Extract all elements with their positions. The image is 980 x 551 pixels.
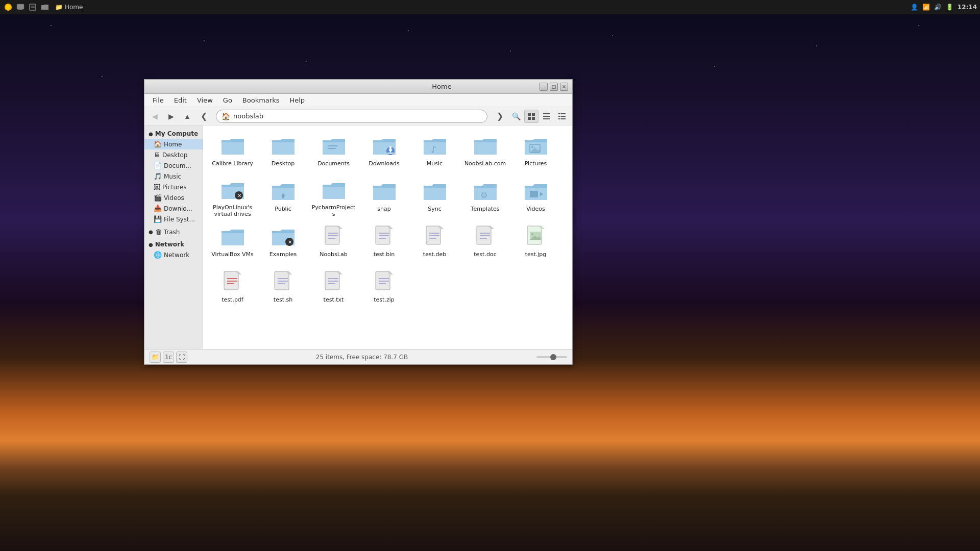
sidebar-item-documents[interactable]: 📄 Docum...	[144, 160, 203, 171]
view-detail-button[interactable]	[555, 110, 569, 123]
svg-text:✕: ✕	[288, 239, 292, 245]
file-item-videos[interactable]: Videos	[511, 176, 560, 219]
file-item-documents[interactable]: Documents	[309, 131, 358, 174]
menu-file[interactable]: File	[149, 95, 168, 106]
file-item-examples[interactable]: ✕ Examples	[259, 221, 307, 265]
svg-text:⚙: ⚙	[480, 190, 487, 200]
file-item-public[interactable]: Public	[259, 176, 307, 219]
status-folder-btn[interactable]: 📁	[150, 352, 161, 363]
folder-icon-documents	[322, 134, 346, 158]
sidebar-item-filesystem[interactable]: 💾 File Syst...	[144, 214, 203, 224]
app-menu-button[interactable]	[3, 2, 13, 12]
location-bar[interactable]: 🏠 noobslab	[216, 110, 487, 123]
close-button[interactable]: ✕	[560, 83, 568, 91]
file-item-noobslab[interactable]: NoobsLab	[309, 221, 358, 265]
back-button[interactable]: ◀	[148, 110, 162, 123]
svg-text:♪: ♪	[431, 144, 437, 155]
sidebar-item-trash[interactable]: ● 🗑 Trash	[144, 227, 203, 237]
sidebar-network-collapse-icon: ●	[149, 242, 153, 247]
sidebar-item-videos[interactable]: 🎬 Videos	[144, 192, 203, 203]
menu-edit[interactable]: Edit	[170, 95, 191, 106]
svg-rect-79	[376, 271, 390, 290]
sidebar-item-network[interactable]: 🌐 Network	[144, 249, 203, 260]
file-label-test-doc: test.doc	[474, 251, 496, 258]
taskbar-battery-icon: 🔋	[946, 4, 953, 11]
sidebar-item-home[interactable]: 🏠 Home	[144, 139, 203, 149]
file-item-calibre-library[interactable]: Calibre Library	[208, 131, 257, 174]
svg-rect-9	[528, 117, 531, 120]
taskbar-wifi-icon: 📶	[922, 4, 930, 11]
file-label-noobslab-com: NoobsLab.com	[464, 160, 506, 167]
sidebar-section-computer: ● My Compute 🏠 Home 🖥 Desktop 📄 Docum...…	[144, 129, 203, 224]
file-item-test-txt[interactable]: test.txt	[309, 267, 358, 310]
taskbar-icon-1[interactable]	[15, 2, 26, 12]
maximize-button[interactable]: □	[550, 83, 558, 91]
sidebar-item-music[interactable]: 🎵 Music	[144, 171, 203, 182]
file-item-snap[interactable]: snap	[360, 176, 408, 219]
status-view-btn[interactable]: 1c	[163, 352, 174, 363]
file-item-test-bin[interactable]: test.bin	[360, 221, 408, 265]
file-item-downloads[interactable]: Downloads	[360, 131, 408, 174]
file-item-music[interactable]: ♪ Music	[410, 131, 459, 174]
file-item-test-sh[interactable]: test.sh	[259, 267, 307, 310]
menu-help[interactable]: Help	[285, 95, 309, 106]
file-item-sync[interactable]: Sync	[410, 176, 459, 219]
file-item-test-pdf[interactable]: test.pdf	[208, 267, 257, 310]
file-item-pictures[interactable]: Pictures	[511, 131, 560, 174]
file-label-playonlinux: PlayOnLinux's virtual drives	[210, 204, 255, 217]
sidebar-my-computer-header[interactable]: ● My Compute	[144, 129, 203, 139]
svg-rect-44	[376, 226, 390, 244]
title-bar: Home – □ ✕	[144, 80, 572, 94]
status-fullscreen-btn[interactable]: ⛶	[176, 352, 187, 363]
view-icons-button[interactable]	[524, 110, 538, 123]
taskbar-icon-folder[interactable]	[40, 2, 50, 12]
file-label-downloads: Downloads	[369, 160, 399, 167]
file-label-test-txt: test.txt	[324, 296, 344, 303]
sidebar-pictures-label: Pictures	[162, 184, 187, 191]
sidebar-network-sub-label: Network	[164, 252, 189, 259]
search-button[interactable]: 🔍	[509, 110, 523, 123]
menu-view[interactable]: View	[193, 95, 217, 106]
minimize-button[interactable]: –	[540, 83, 548, 91]
menu-bar: File Edit View Go Bookmarks Help	[144, 94, 572, 107]
taskbar-right: 👤 📶 🔊 🔋 12:14	[911, 4, 977, 11]
file-item-noobslab-com[interactable]: NoobsLab.com	[461, 131, 509, 174]
file-item-test-jpg[interactable]: test.jpg	[511, 221, 560, 265]
folder-icon-desktop	[271, 134, 296, 158]
sidebar-network-header[interactable]: ● Network	[144, 239, 203, 249]
file-item-desktop[interactable]: Desktop	[259, 131, 307, 174]
file-item-virtualbox-vms[interactable]: VirtualBox VMs	[208, 221, 257, 265]
sidebar-downloads-label: Downlo...	[164, 205, 192, 212]
sidebar-home-label: Home	[164, 141, 182, 148]
sidebar-network-label: Network	[155, 241, 184, 248]
up-button[interactable]: ▲	[180, 110, 194, 123]
file-item-playonlinux[interactable]: ✕ PlayOnLinux's virtual drives	[208, 176, 257, 219]
menu-bookmarks[interactable]: Bookmarks	[238, 95, 284, 106]
nav-fwd-button[interactable]: ❯	[493, 110, 507, 123]
sidebar-item-downloads[interactable]: 📥 Downlo...	[144, 203, 203, 214]
view-list-button[interactable]	[540, 110, 554, 123]
folder-icon-music: ♪	[423, 134, 447, 158]
zoom-thumb[interactable]	[550, 354, 556, 360]
folder-icon-snap	[372, 179, 397, 204]
file-item-pycharmprojects[interactable]: PycharmProjects	[309, 176, 358, 219]
sidebar-item-desktop[interactable]: 🖥 Desktop	[144, 149, 203, 160]
file-item-test-zip[interactable]: test.zip	[360, 267, 408, 310]
taskbar-left: 📁 Home	[3, 2, 83, 12]
toolbar: ◀ ▶ ▲ ❮ 🏠 noobslab ❯ 🔍	[144, 107, 572, 126]
desktop-icon: 🖥	[154, 151, 160, 159]
file-item-test-deb[interactable]: test.deb	[410, 221, 459, 265]
file-label-test-deb: test.deb	[423, 251, 446, 258]
sidebar-item-pictures[interactable]: 🖼 Pictures	[144, 182, 203, 192]
zoom-slider[interactable]	[536, 356, 567, 358]
file-icon-test-jpg	[524, 224, 548, 249]
taskbar-icon-2[interactable]	[28, 2, 38, 12]
file-item-templates[interactable]: ⚙ Templates	[461, 176, 509, 219]
file-item-test-doc[interactable]: test.doc	[461, 221, 509, 265]
svg-rect-20	[328, 145, 338, 146]
location-home-icon: 🏠	[222, 112, 230, 120]
forward-button[interactable]: ▶	[164, 110, 178, 123]
nav-back-button[interactable]: ❮	[197, 110, 211, 123]
folder-icon-public	[271, 179, 296, 204]
menu-go[interactable]: Go	[219, 95, 236, 106]
